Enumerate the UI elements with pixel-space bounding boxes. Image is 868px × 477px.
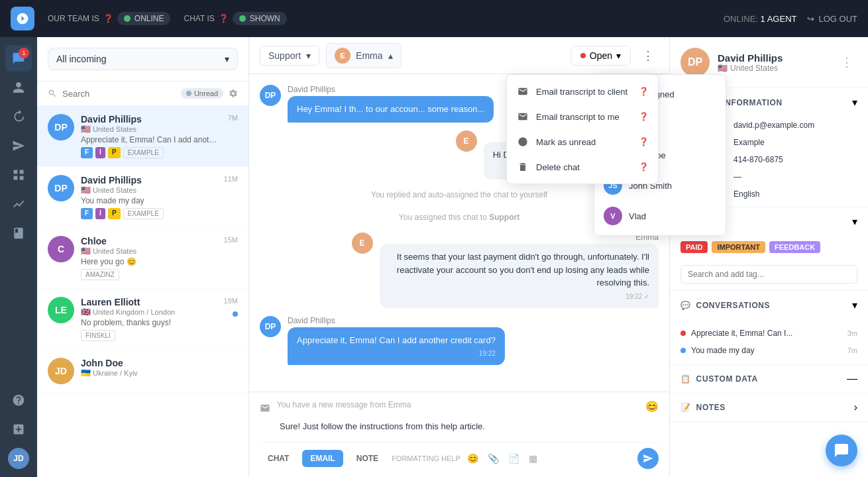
nav-layout[interactable] (5, 162, 32, 188)
note-tab[interactable]: NOTE (349, 450, 386, 467)
action-email-me[interactable]: Email transcript to me ❓ (507, 104, 658, 129)
topbar: OUR TEAM IS ❓ ONLINE CHAT IS ❓ SHOWN ONL… (0, 0, 868, 37)
nav-chat[interactable]: 1 (5, 45, 32, 72)
tag-paid[interactable]: PAID (680, 241, 708, 253)
attach-button[interactable]: 📎 (485, 450, 502, 466)
list-item[interactable]: DP David Phillips 🇺🇸 United States Appre… (37, 106, 248, 167)
more-options-button[interactable]: ⋮ (637, 45, 659, 66)
list-item[interactable]: DP David Phillips 🇺🇸 United States You m… (37, 167, 248, 228)
conv-item-location: 🇺🇦 Ukraine / Kyiv (81, 368, 238, 378)
email-tab[interactable]: EMAIL (302, 450, 343, 467)
article-button[interactable]: 📄 (506, 450, 522, 466)
user-avatar[interactable]: JD (8, 448, 29, 469)
list-item[interactable]: LE Lauren Elliott 🇬🇧 United Kingdom / Lo… (37, 289, 248, 350)
conv-item-location: 🇺🇸 United States (81, 246, 217, 256)
chevron-down-icon: ▾ (852, 299, 857, 311)
action-label: Delete chat (536, 162, 580, 172)
agent-option-avatar: V (604, 207, 622, 225)
chat-widget-button[interactable] (826, 435, 857, 466)
action-delete-chat[interactable]: Delete chat ❓ (507, 154, 658, 180)
tag-feedback[interactable]: FEEDBACK (769, 241, 820, 253)
tag-f: F (81, 147, 93, 158)
nav-history[interactable] (5, 103, 32, 130)
avatar: DP (48, 175, 74, 201)
gif-button[interactable]: ▦ (526, 450, 540, 466)
emoji-picker-button[interactable]: 😊 (464, 450, 481, 466)
message-content: Emma It seems that your last payment did… (380, 233, 659, 308)
help-icon: ❓ (639, 137, 649, 146)
online-count: ONLINE: 1 AGENT (724, 14, 797, 24)
avatar: C (48, 236, 74, 262)
chat-area: Support ▾ E Emma ▴ Open ▾ ⋮ Unassigned (249, 37, 669, 477)
conv-item-location: 🇺🇸 United States (81, 186, 217, 195)
list-item[interactable]: JD John Doe 🇺🇦 Ukraine / Kyiv (37, 350, 248, 393)
chevron-down-icon: ▾ (306, 50, 311, 61)
reply-icons: FORMATTING HELP 😊 📎 📄 ▦ (392, 450, 540, 466)
nav-analytics[interactable] (5, 191, 32, 217)
nav-knowledge[interactable] (5, 220, 32, 246)
logout-button[interactable]: ↪ LOG OUT (807, 14, 857, 24)
unread-dot (186, 91, 191, 96)
tag-example: EXAMPLE (123, 208, 164, 219)
nav-add[interactable] (5, 416, 32, 443)
team-label: Support (268, 50, 301, 61)
rp-conversation-item[interactable]: You made my day 7m (680, 342, 857, 359)
svg-point-4 (518, 137, 527, 146)
rp-conversations-section: 💬 CONVERSATIONS ▾ Appreciate it, Emma! C… (670, 291, 868, 365)
search-icon (48, 89, 57, 98)
reply-toolbar: CHAT EMAIL NOTE FORMATTING HELP 😊 📎 📄 ▦ (260, 442, 659, 469)
message-content: David Phillips Hey Emma! I th... to our … (288, 85, 494, 123)
list-item[interactable]: C Chloe 🇺🇸 United States Here you go 😊 A… (37, 228, 248, 289)
rp-tags: PAID IMPORTANT FEEDBACK (670, 236, 868, 261)
rp-section-toggle-notes[interactable]: 📝 NOTES › (670, 394, 868, 421)
chat-label: CHAT IS (184, 14, 214, 23)
rp-conversation-item[interactable]: Appreciate it, Emma! Can I... 3m (680, 325, 857, 342)
action-mark-unread[interactable]: Mark as unread ❓ (507, 129, 658, 154)
conv-item-tags: F I P EXAMPLE (81, 208, 217, 219)
conv-item-time: 7M (228, 114, 238, 122)
status-selector[interactable]: Open ▾ (570, 46, 631, 66)
rp-section-toggle-custom[interactable]: 📋 CUSTOM DATA — (670, 365, 868, 393)
chevron-right-icon: › (854, 401, 857, 413)
help-icon: ❓ (639, 87, 649, 96)
rp-location: 🇺🇸 United States (718, 64, 783, 73)
reply-text-input[interactable]: Sure! Just follow the instructions from … (280, 421, 659, 435)
agent-selector[interactable]: E Emma ▴ (326, 43, 401, 68)
message-sender: David Phillips (288, 316, 505, 325)
email-icon (516, 85, 529, 98)
rp-section-toggle-conversations[interactable]: 💬 CONVERSATIONS ▾ (670, 291, 868, 319)
emoji-button[interactable]: 😊 (645, 400, 659, 413)
settings-icon[interactable] (229, 89, 238, 98)
filter-selector[interactable]: All incoming ▾ (48, 48, 238, 70)
action-label: Mark as unread (536, 137, 596, 147)
nav-contacts[interactable] (5, 74, 32, 101)
tag-p: P (108, 147, 121, 158)
message-group: Emma It seems that your last payment did… (260, 233, 659, 308)
agent-option-vlad[interactable]: V Vlad (594, 201, 726, 231)
online-badge: ONLINE (117, 12, 171, 25)
team-selector[interactable]: Support ▾ (260, 46, 319, 66)
unread-filter[interactable]: Unread (181, 88, 223, 99)
svg-rect-0 (14, 170, 18, 174)
status-dot (580, 53, 586, 58)
action-dropdown: Email transcript to client ❓ Email trans… (506, 74, 659, 184)
app-logo[interactable] (11, 7, 34, 30)
action-email-client[interactable]: Email transcript to client ❓ (507, 79, 658, 104)
conv-list-header: All incoming ▾ (37, 37, 248, 81)
avatar: JD (48, 358, 74, 384)
reply-to-text: You have a new message from Emma (277, 400, 639, 409)
team-status: OUR TEAM IS ❓ ONLINE (48, 12, 170, 25)
send-button[interactable] (637, 448, 659, 469)
rp-section-title: 📋 CUSTOM DATA (680, 374, 758, 384)
chat-tab[interactable]: CHAT (260, 450, 297, 467)
nav-send[interactable] (5, 132, 32, 159)
tag-important[interactable]: IMPORTANT (712, 241, 765, 253)
tag-finskli: FINSKLI (81, 330, 115, 341)
notes-section-icon: 📝 (680, 403, 691, 412)
rp-more-button[interactable]: ⋮ (836, 52, 857, 73)
conv-item-name: David Phillips (81, 175, 217, 186)
search-input[interactable] (62, 89, 176, 99)
formatting-help[interactable]: FORMATTING HELP (392, 454, 461, 462)
tag-search-input[interactable] (680, 265, 857, 284)
nav-help[interactable] (5, 387, 32, 413)
